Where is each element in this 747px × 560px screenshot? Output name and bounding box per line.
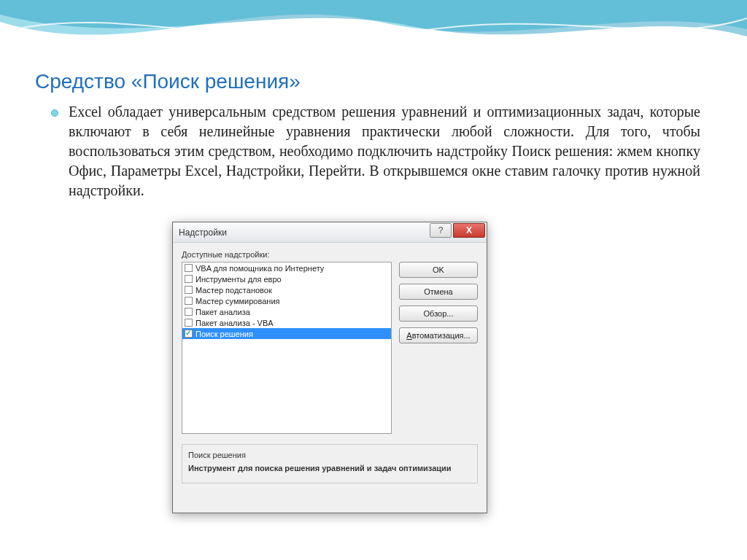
list-item-label: Пакет анализа [196, 307, 250, 317]
checkbox-icon[interactable] [185, 319, 193, 327]
addins-listbox[interactable]: VBA для помощника по ИнтернетуИнструмент… [182, 262, 392, 434]
list-item[interactable]: Мастер суммирования [182, 295, 391, 306]
checkbox-icon[interactable] [185, 275, 193, 283]
slide-body-text: Excel обладает универсальным средством р… [69, 102, 700, 201]
description-text: Инструмент для поиска решения уравнений … [188, 464, 471, 472]
list-item-label: Пакет анализа - VBA [196, 318, 274, 328]
dialog-titlebar[interactable]: Надстройки ? X [173, 222, 487, 243]
slide-header-wave [0, 0, 747, 66]
description-panel: Поиск решения Инструмент для поиска реше… [182, 444, 478, 483]
cancel-button[interactable]: Отмена [399, 284, 478, 300]
slide-title: Средство «Поиск решения» [35, 70, 301, 93]
checkbox-icon[interactable] [185, 286, 193, 294]
browse-button[interactable]: Обзор... [399, 306, 478, 322]
help-button[interactable]: ? [430, 223, 452, 238]
list-item-label: VBA для помощника по Интернету [196, 263, 324, 273]
list-item-label: Мастер подстановок [196, 285, 272, 295]
list-item-label: Мастер суммирования [196, 296, 280, 306]
description-heading: Поиск решения [188, 451, 471, 459]
close-icon: X [466, 225, 472, 236]
list-item-label: Поиск решения [196, 329, 253, 339]
addins-dialog: Надстройки ? X Доступные надстройки: VBA… [172, 222, 487, 513]
automation-label-rest: втоматизация... [412, 331, 471, 340]
checkbox-icon[interactable] [185, 330, 193, 338]
automation-button[interactable]: Автоматизация... [399, 327, 478, 343]
available-addins-label: Доступные надстройки: [182, 250, 392, 259]
list-item[interactable]: VBA для помощника по Интернету [182, 262, 391, 273]
list-item[interactable]: Поиск решения [182, 328, 391, 339]
automation-hotkey: А [406, 331, 411, 340]
list-item-label: Инструменты для евро [196, 274, 282, 284]
list-item[interactable]: Пакет анализа - VBA [182, 317, 391, 328]
dialog-title: Надстройки [179, 228, 430, 238]
bullet-icon [51, 109, 58, 117]
list-item[interactable]: Пакет анализа [182, 306, 391, 317]
list-item[interactable]: Мастер подстановок [182, 284, 391, 295]
close-button[interactable]: X [453, 223, 485, 238]
list-item[interactable]: Инструменты для евро [182, 273, 391, 284]
help-icon: ? [438, 225, 444, 236]
slide-body: Excel обладает универсальным средством р… [51, 102, 700, 201]
checkbox-icon[interactable] [185, 264, 193, 272]
checkbox-icon[interactable] [185, 297, 193, 305]
ok-button[interactable]: OK [399, 262, 478, 278]
checkbox-icon[interactable] [185, 308, 193, 316]
